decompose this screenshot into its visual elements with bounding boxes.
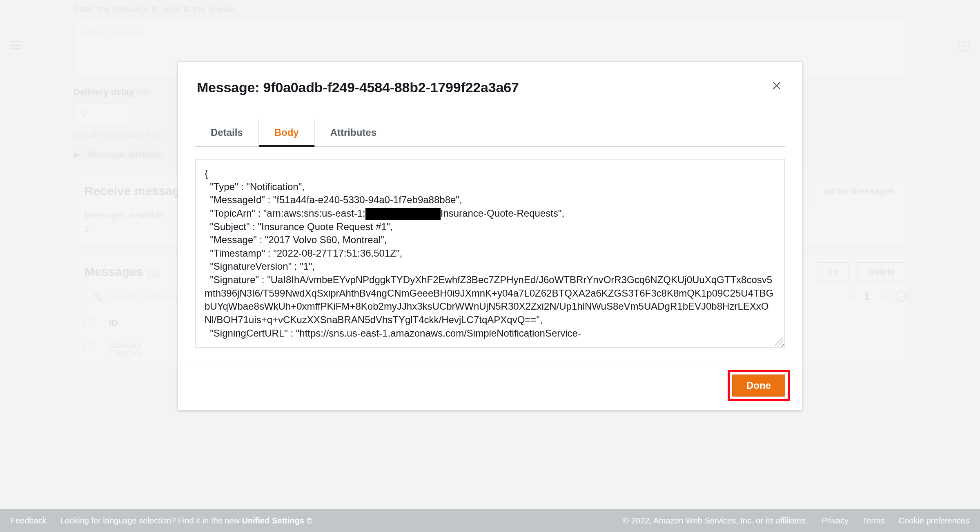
footer-terms-link[interactable]: Terms: [862, 516, 884, 525]
modal-title: Message: 9f0a0adb-f249-4584-88b2-1799f22…: [197, 80, 519, 95]
redacted-account-id: [365, 208, 441, 220]
message-modal: Message: 9f0a0adb-f249-4584-88b2-1799f22…: [178, 61, 802, 410]
tab-details[interactable]: Details: [195, 119, 258, 146]
external-link-icon: ⧉: [307, 516, 312, 525]
done-highlight-box: Done: [728, 370, 790, 401]
resize-grip-icon: [775, 338, 783, 346]
footer-cookie-link[interactable]: Cookie preferences: [899, 516, 969, 525]
modal-tabs: Details Body Attributes: [195, 119, 785, 147]
tab-attributes[interactable]: Attributes: [314, 119, 392, 146]
done-button[interactable]: Done: [732, 375, 785, 397]
footer-lang-text: Looking for language selection? Find it …: [60, 516, 312, 525]
page-footer: Feedback Looking for language selection?…: [0, 509, 980, 532]
footer-privacy-link[interactable]: Privacy: [822, 516, 849, 525]
footer-feedback-link[interactable]: Feedback: [11, 516, 47, 525]
footer-copyright: © 2022, Amazon Web Services, Inc. or its…: [623, 516, 808, 525]
tab-body[interactable]: Body: [258, 119, 314, 146]
message-body-textarea[interactable]: { "Type" : "Notification", "MessageId" :…: [195, 159, 785, 348]
close-icon[interactable]: [770, 80, 783, 93]
